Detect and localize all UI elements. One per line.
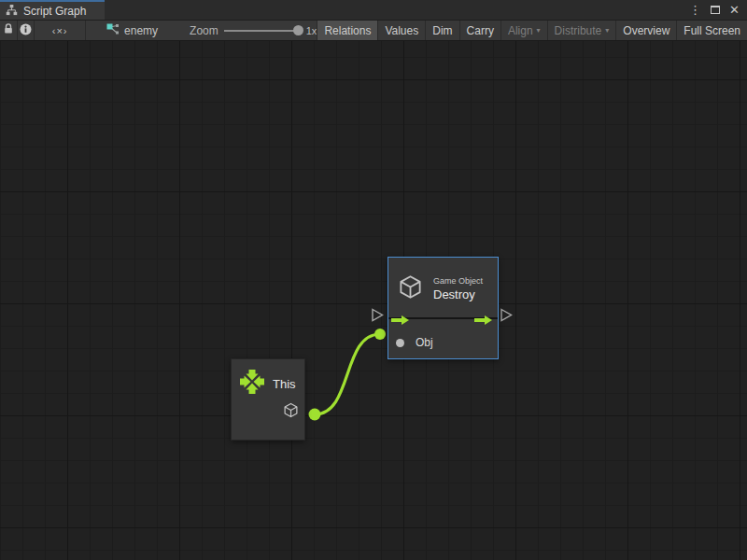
destroy-node-title: Destroy: [433, 287, 483, 301]
lock-button[interactable]: [0, 21, 18, 40]
control-input-arrow-icon[interactable]: [391, 313, 409, 329]
tab-script-graph[interactable]: Script Graph: [0, 0, 105, 20]
dim-toggle[interactable]: Dim: [425, 21, 458, 40]
titlebar: Script Graph ⋮ ✕: [0, 0, 747, 21]
chevron-down-icon: ▾: [537, 27, 541, 35]
values-toggle[interactable]: Values: [377, 21, 425, 40]
game-object-cube-icon: [283, 402, 299, 422]
overview-button[interactable]: Overview: [615, 21, 676, 40]
chevron-down-icon: ▾: [605, 27, 609, 35]
connection-layer: [0, 41, 747, 560]
zoom-control: Zoom 1x: [190, 21, 317, 40]
graph-canvas[interactable]: This Game Object Dest: [0, 41, 747, 560]
window-menu-icon[interactable]: ⋮: [689, 4, 701, 16]
close-icon[interactable]: ✕: [729, 4, 740, 16]
full-screen-label: Full Screen: [684, 24, 740, 37]
this-output-port[interactable]: [309, 409, 321, 421]
zoom-label: Zoom: [190, 24, 218, 37]
script-graph-window: Script Graph ⋮ ✕: [0, 0, 747, 560]
info-button[interactable]: [18, 21, 35, 40]
distribute-label: Distribute: [555, 24, 602, 37]
graph-toolbar: ‹×› enemy Zoom 1x Relations: [0, 21, 747, 41]
zoom-slider-handle[interactable]: [293, 25, 303, 35]
game-object-cube-icon: [398, 274, 423, 303]
obj-port-label: Obj: [416, 336, 433, 349]
relations-toggle[interactable]: Relations: [317, 21, 377, 40]
hierarchy-graph-icon: [6, 3, 18, 20]
carry-label: Carry: [467, 24, 494, 37]
destroy-control-input-triangle[interactable]: [373, 310, 383, 321]
destroy-header-texts: Game Object Destroy: [433, 276, 483, 301]
control-output-arrow-icon[interactable]: [474, 313, 492, 329]
titlebar-spacer: [105, 0, 689, 20]
node-destroy[interactable]: Game Object Destroy O: [388, 257, 499, 359]
tab-title: Script Graph: [23, 5, 86, 18]
destroy-obj-input-port[interactable]: [374, 329, 386, 340]
destroy-control-output-triangle[interactable]: [501, 310, 512, 321]
info-icon: [20, 23, 32, 38]
zoom-slider[interactable]: [224, 30, 301, 32]
connection-wire[interactable]: [315, 334, 380, 414]
overview-label: Overview: [623, 24, 669, 37]
code-view-button[interactable]: ‹×›: [35, 21, 86, 40]
relations-label: Relations: [324, 24, 371, 37]
zoom-value: 1x: [306, 25, 317, 36]
this-self-icon: [239, 369, 265, 399]
destroy-control-ports-row: [388, 311, 498, 326]
graph-name: enemy: [124, 24, 158, 37]
destroy-node-header: Game Object Destroy: [388, 258, 498, 308]
this-node-header: This: [232, 359, 304, 399]
toolbar-toggle-group: Relations Values Dim Carry Align ▾ Distr…: [317, 21, 747, 40]
destroy-node-category: Game Object: [433, 276, 483, 286]
dim-label: Dim: [432, 24, 452, 37]
align-dropdown[interactable]: Align ▾: [500, 21, 547, 40]
maximize-icon[interactable]: [711, 6, 720, 14]
script-graph-asset-icon: [106, 23, 120, 38]
node-this[interactable]: This: [231, 358, 305, 441]
full-screen-button[interactable]: Full Screen: [676, 21, 747, 40]
distribute-dropdown[interactable]: Distribute ▾: [547, 21, 616, 40]
this-node-title: This: [273, 377, 296, 391]
lock-icon: [3, 23, 14, 37]
value-port-dot-icon[interactable]: [396, 339, 404, 347]
carry-toggle[interactable]: Carry: [459, 21, 500, 40]
align-label: Align: [508, 24, 533, 37]
values-label: Values: [385, 24, 418, 37]
code-brackets-icon: ‹×›: [52, 25, 68, 36]
graph-breadcrumb[interactable]: enemy: [106, 21, 158, 40]
titlebar-controls: ⋮ ✕: [689, 0, 747, 20]
